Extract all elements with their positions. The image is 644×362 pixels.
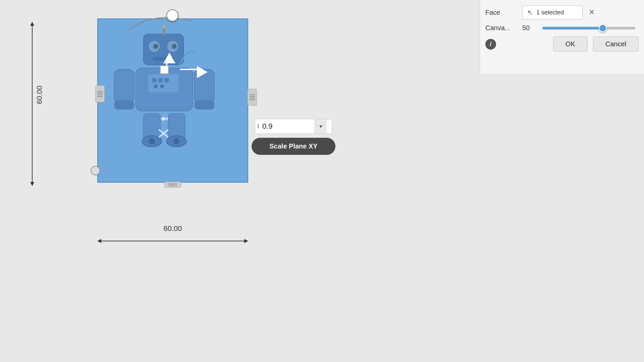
ok-button[interactable]: OK: [553, 37, 588, 52]
cancel-button[interactable]: Cancel: [593, 37, 639, 52]
canvas-value: 50: [522, 24, 536, 32]
right-stem: [180, 69, 198, 70]
grip-line: [250, 96, 255, 97]
dropdown-arrow-icon: ▼: [319, 124, 323, 129]
horizontal-dimension: [97, 239, 248, 243]
center-square[interactable]: [160, 65, 169, 74]
slider-thumb[interactable]: [599, 24, 607, 32]
svg-point-13: [154, 84, 158, 88]
canvas-area: 60.00 60.00: [0, 0, 644, 362]
scale-input-row[interactable]: I ▼: [255, 119, 332, 134]
handle-bottom-left[interactable]: [91, 166, 100, 175]
dim-line-v: [32, 26, 33, 182]
grip-dot: [176, 183, 176, 186]
text-cursor-icon: I: [255, 123, 261, 130]
width-label: 60.00: [97, 224, 248, 233]
up-arrow[interactable]: [163, 53, 175, 63]
svg-rect-15: [114, 69, 134, 103]
grip-line: [250, 95, 255, 95]
scale-dropdown-button[interactable]: ▼: [315, 119, 327, 133]
vertical-dimension: [30, 22, 34, 186]
arrow-bottom: [30, 182, 34, 186]
grip-line: [97, 95, 103, 95]
blue-canvas: [97, 18, 248, 183]
arc-indicator: [177, 46, 197, 66]
scale-plane-xy-button[interactable]: Scale Plane XY: [252, 138, 335, 155]
svg-rect-17: [114, 100, 134, 110]
face-row: Face ↖ 1 selected ✕: [485, 5, 639, 19]
arrow-right: [244, 239, 248, 243]
slider-fill: [542, 27, 603, 29]
svg-point-10: [152, 78, 157, 83]
grip-dot: [172, 183, 173, 186]
robot-image: [108, 22, 222, 157]
scale-input[interactable]: [261, 122, 315, 131]
handle-top[interactable]: [166, 9, 178, 21]
grip-line: [97, 91, 103, 92]
face-selected-box[interactable]: ↖ 1 selected: [522, 5, 583, 19]
scale-panel: I ▼ Scale Plane XY: [252, 119, 335, 155]
info-button[interactable]: i: [485, 39, 496, 50]
right-arrow[interactable]: [197, 66, 208, 78]
handle-right-v[interactable]: [248, 89, 257, 106]
grip-dot: [174, 183, 175, 186]
handle-bottom-h[interactable]: [164, 182, 181, 188]
right-panel: Face ↖ 1 selected ✕ Canva... 50 i OK Can…: [480, 0, 644, 74]
svg-rect-9: [148, 74, 179, 93]
cursor-icon: ↖: [527, 8, 533, 16]
panel-bottom-row: i OK Cancel: [485, 37, 639, 52]
grip-line: [97, 96, 103, 97]
svg-point-11: [158, 78, 163, 83]
svg-point-4: [153, 44, 158, 49]
selected-text: 1 selected: [536, 9, 564, 16]
handle-left-v[interactable]: [95, 85, 105, 102]
grip-line: [250, 98, 255, 99]
canvas-label: Canva...: [485, 24, 519, 32]
svg-point-27: [173, 138, 179, 144]
slider-track[interactable]: [542, 27, 635, 29]
canvas-slider-row: Canva... 50: [485, 24, 639, 32]
arrow-left: [97, 239, 101, 243]
arrow-top: [30, 22, 34, 26]
arc-svg: [127, 9, 195, 36]
grip-line: [250, 100, 255, 100]
face-label: Face: [485, 9, 519, 16]
grip-line: [97, 93, 103, 94]
close-button[interactable]: ✕: [586, 7, 597, 18]
grip-dot: [169, 183, 170, 186]
svg-point-6: [172, 44, 177, 49]
svg-point-14: [160, 84, 164, 88]
svg-rect-18: [194, 100, 214, 110]
grip-dot: [171, 183, 171, 186]
svg-point-21: [162, 117, 165, 121]
svg-point-25: [149, 138, 155, 144]
dim-line-h: [101, 241, 244, 241]
svg-point-12: [164, 78, 169, 83]
height-label: 60.00: [35, 85, 44, 104]
